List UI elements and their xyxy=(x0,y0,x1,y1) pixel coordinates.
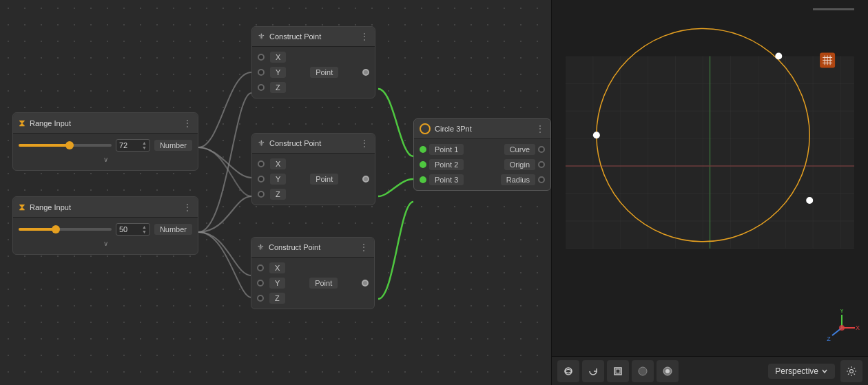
circle-p3-in-socket xyxy=(420,176,426,183)
cp3-y-row: Y Point xyxy=(251,275,374,291)
construct-point-2-header: ⚜ Construct Point ⋮ xyxy=(252,134,375,154)
svg-point-37 xyxy=(839,325,845,331)
range-input-1-header: ⧗ Range Input ⋮ xyxy=(13,113,198,134)
perspective-dropdown[interactable]: Perspective xyxy=(768,364,835,379)
svg-rect-40 xyxy=(616,369,620,373)
cp3-point-label: Point xyxy=(309,278,338,289)
render-button[interactable] xyxy=(657,360,679,382)
construct-point-3-header: ⚜ Construct Point ⋮ xyxy=(251,238,374,258)
circle-p2-in-socket xyxy=(420,161,426,168)
cp1-point-label: Point xyxy=(310,67,338,78)
cp1-z-row: Z xyxy=(252,80,375,95)
cp1-y-row: Y Point xyxy=(252,65,375,80)
cp2-out-socket xyxy=(362,176,369,183)
cp2-y-socket xyxy=(258,176,265,183)
cp2-x-row: X xyxy=(252,156,375,171)
svg-point-43 xyxy=(665,369,670,373)
range-value-1: 72 xyxy=(119,141,142,149)
circle-curve-label: Curve xyxy=(504,144,535,155)
cp2-icon: ⚜ xyxy=(258,138,265,148)
range-input-2-header: ⧗ Range Input ⋮ xyxy=(13,197,198,218)
cp1-icon: ⚜ xyxy=(258,32,265,41)
cp1-body: X Y Point Z xyxy=(252,47,375,98)
circle-radius-label: Radius xyxy=(501,174,535,185)
viewport-toolbar: Perspective xyxy=(552,356,868,385)
cp2-z-socket xyxy=(258,191,265,198)
cp2-point-label: Point xyxy=(310,174,338,185)
cp2-body: X Y Point Z xyxy=(252,154,375,205)
range-down-2[interactable]: ▼ xyxy=(142,229,147,234)
circle-menu[interactable]: ⋮ xyxy=(535,123,545,134)
circle-p2-label: Point 2 xyxy=(429,159,464,170)
circle-p1-in-socket xyxy=(420,146,426,153)
cp2-x-socket xyxy=(258,160,265,167)
display-mode-button[interactable] xyxy=(632,360,654,382)
circle-title: Circle 3Pnt xyxy=(435,125,472,133)
svg-point-21 xyxy=(775,52,782,59)
gear-icon xyxy=(846,366,857,377)
circle-point1-row: Point 1 Curve xyxy=(414,142,550,157)
svg-text:X: X xyxy=(856,324,860,331)
cp3-x-socket xyxy=(257,264,264,271)
range-input-2: ⧗ Range Input ⋮ 50 ▲ ▼ Number xyxy=(12,196,198,255)
cp1-out-socket xyxy=(362,69,369,76)
circle-origin-socket xyxy=(538,161,545,168)
perspective-label: Perspective xyxy=(775,366,818,376)
range-value-box-2[interactable]: 50 ▲ ▼ xyxy=(116,223,150,236)
circle-curve-socket xyxy=(538,146,545,153)
cp2-y-label: Y xyxy=(270,174,286,185)
refresh-button[interactable] xyxy=(582,360,604,382)
range-type-1[interactable]: Number xyxy=(154,140,192,151)
cp3-menu[interactable]: ⋮ xyxy=(359,242,369,253)
cp1-title: Construct Point xyxy=(269,32,321,41)
orbit-button[interactable] xyxy=(557,360,579,382)
range-type-2[interactable]: Number xyxy=(154,224,192,235)
range-up-1[interactable]: ▲ xyxy=(142,141,147,145)
svg-point-41 xyxy=(639,367,647,375)
circle-3pnt: Circle 3Pnt ⋮ Point 1 Curve Point 2 Orig… xyxy=(413,118,551,191)
range-input-1-title: Range Input xyxy=(30,119,71,127)
cp2-z-row: Z xyxy=(252,187,375,202)
cp1-menu[interactable]: ⋮ xyxy=(360,31,369,42)
cp3-y-label: Y xyxy=(269,278,285,289)
range-value-box-1[interactable]: 72 ▲ ▼ xyxy=(116,139,150,152)
range-up-2[interactable]: ▲ xyxy=(142,225,147,229)
range-slider-2[interactable] xyxy=(19,228,112,231)
circle-p1-label: Point 1 xyxy=(429,144,464,155)
node-editor: ⧗ Range Input ⋮ 72 ▲ ▼ Number xyxy=(0,0,551,385)
cp2-y-row: Y Point xyxy=(252,171,375,187)
range-menu-1[interactable]: ⋮ xyxy=(183,118,192,129)
frame-button[interactable] xyxy=(607,360,629,382)
range-value-2: 50 xyxy=(119,225,142,233)
construct-point-2: ⚜ Construct Point ⋮ X Y Point Z xyxy=(251,133,375,205)
cp1-x-label: X xyxy=(270,52,286,63)
cp1-z-label: Z xyxy=(270,82,286,93)
cp3-x-row: X xyxy=(251,260,374,275)
cp1-y-socket xyxy=(258,69,265,76)
range-expand-1[interactable]: ∨ xyxy=(19,154,192,165)
cp1-x-row: X xyxy=(252,50,375,65)
range-expand-2[interactable]: ∨ xyxy=(19,238,192,249)
cp3-out-socket xyxy=(362,280,369,287)
range-down-1[interactable]: ▼ xyxy=(142,145,147,150)
construct-point-1: ⚜ Construct Point ⋮ X Y Point Z xyxy=(251,26,375,98)
range-icon-1: ⧗ xyxy=(19,117,25,129)
viewport-svg xyxy=(552,0,868,385)
viewport-settings-button[interactable] xyxy=(840,360,862,382)
circle-point2-row: Point 2 Origin xyxy=(414,157,550,172)
axis-indicator: Y X Z xyxy=(823,309,861,347)
cp2-x-label: X xyxy=(270,158,286,169)
range-slider-1[interactable] xyxy=(19,144,112,147)
cp3-x-label: X xyxy=(269,262,285,273)
viewport: Y X Z xyxy=(551,0,868,385)
svg-text:Z: Z xyxy=(827,335,831,342)
construct-point-1-header: ⚜ Construct Point ⋮ xyxy=(252,27,375,47)
range-input-2-body: 50 ▲ ▼ Number ∨ xyxy=(13,218,198,254)
range-menu-2[interactable]: ⋮ xyxy=(183,202,192,213)
cp2-menu[interactable]: ⋮ xyxy=(360,138,369,149)
cp3-z-row: Z xyxy=(251,291,374,306)
cp2-z-label: Z xyxy=(270,189,286,200)
cp3-body: X Y Point Z xyxy=(251,258,374,309)
cp3-icon: ⚜ xyxy=(257,242,265,252)
range-input-2-title: Range Input xyxy=(30,203,71,211)
